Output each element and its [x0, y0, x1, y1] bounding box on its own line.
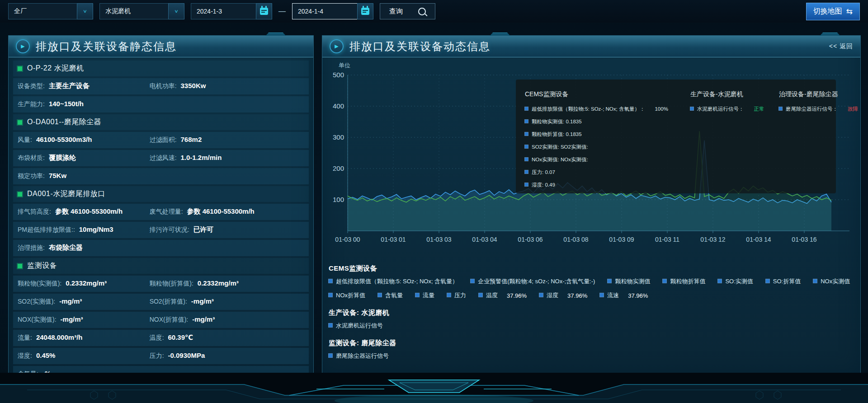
legend-spacer — [329, 300, 854, 305]
field-label: SO2(实测值): — [18, 298, 55, 306]
chevron-down-icon[interactable]: ˅ — [77, 3, 93, 19]
device-select[interactable]: 水泥磨机 ˅ — [99, 3, 184, 19]
legend-items: 磨尾除尘器运行信号 — [329, 352, 854, 360]
tooltip-item: SO2实测值: SO2实测值: — [525, 144, 679, 150]
info-field: 颗粒物(折算值):0.2332mg/m³ — [150, 279, 304, 288]
legend-item[interactable]: 压力 — [447, 291, 466, 300]
axis-tick-label: 01-03 00 — [335, 236, 360, 243]
field-label: 布袋材质: — [18, 154, 45, 162]
info-field: 设备类型:主要生产设备 — [18, 82, 150, 91]
tooltip-column: 治理设备-磨尾除尘器磨尾除尘器运行信号：故障 — [779, 88, 858, 188]
field-value: -0.0930MPa — [168, 351, 205, 359]
tooltip-column: CEMS监测设备超低排放限值（颗拉物:5: SOz-; NOx; 含氧量）：10… — [525, 88, 679, 188]
field-label: NOX(实测值): — [18, 316, 57, 324]
top-toolbar: 全厂 ˅ 水泥磨机 ˅ 2024-1-3 — 2024-1-4 查询 切换地图 … — [0, 0, 868, 23]
blue-square-icon — [663, 279, 666, 283]
tooltip-item-text: SO2实测值: SO2实测值: — [532, 144, 588, 150]
legend-item-value: 37.96% — [628, 292, 648, 299]
field-value: 主要生产设备 — [49, 82, 90, 90]
legend-item[interactable]: 企业预警值(颗粒物:4; sOz-; NOx-;含氧气量:-) — [471, 277, 595, 286]
field-value: 3350Kw — [181, 82, 206, 89]
play-icon: ▶ — [330, 39, 344, 53]
info-row: 排气筒高度:参数 46100-55300m/h废气处理量:参数 46100-55… — [13, 204, 309, 220]
info-row: 设备类型:主要生产设备电机功率:3350Kw — [13, 78, 309, 94]
legend-item[interactable]: SO:实测值 — [718, 277, 753, 286]
blue-square-icon — [690, 107, 693, 110]
legend-item[interactable]: 磨尾除尘器运行信号 — [329, 352, 389, 360]
blue-square-icon — [539, 293, 543, 297]
legend-item[interactable]: 流速37.96% — [600, 291, 648, 300]
blue-square-icon — [779, 107, 782, 110]
back-link[interactable]: << 返回 — [829, 42, 853, 51]
legend-item[interactable]: 超低排放限值（颗拉物:5: SOz-; NOx; 含氧量） — [329, 277, 458, 286]
field-value: 10mg/Nm3 — [79, 225, 113, 233]
dynamic-info-header: ▶ 排放口及关联设备动态信息 << 返回 — [322, 36, 860, 57]
date-from-value: 2024-1-3 — [191, 8, 256, 15]
blue-square-icon — [525, 145, 528, 148]
info-field: 湿度:0.45% — [18, 351, 150, 361]
legend-item[interactable]: 湿度37.96% — [539, 291, 587, 300]
date-to-value: 2024-1-4 — [292, 8, 358, 15]
tooltip-item: 磨尾除尘器运行信号：故障 — [779, 106, 858, 112]
field-value: 46100-55300m3/h — [36, 136, 92, 143]
field-label: 流量: — [18, 334, 32, 342]
info-field: 废气处理量:参数 46100-55300m/h — [150, 207, 304, 216]
legend-item[interactable]: SO:折算值 — [766, 277, 801, 286]
query-button-label: 查询 — [389, 7, 403, 16]
legend-item[interactable]: 颗粒物实测值 — [608, 277, 650, 286]
blue-square-icon — [608, 279, 611, 283]
legend-item[interactable]: 流量 — [415, 291, 434, 300]
field-label: 过滤面积: — [150, 136, 177, 144]
calendar-icon[interactable] — [256, 3, 272, 19]
legend-item[interactable]: 温度37.96% — [479, 291, 527, 300]
field-label: SO2(折算值): — [150, 298, 187, 306]
blue-square-icon — [525, 107, 528, 110]
date-from-input[interactable]: 2024-1-3 — [191, 3, 272, 19]
field-value: 1.0-1.2m/min — [181, 154, 222, 161]
axis-tick-label: 01-03 14 — [746, 236, 771, 243]
blue-square-icon — [525, 170, 528, 173]
search-icon — [418, 8, 426, 15]
legend-item[interactable]: NOx折算值 — [329, 291, 365, 300]
bottom-decoration — [0, 373, 868, 403]
calendar-icon[interactable] — [357, 3, 373, 19]
blue-square-icon — [479, 293, 482, 297]
field-value: -mg/m³ — [59, 297, 82, 305]
dashboard: 全厂 ˅ 水泥磨机 ˅ 2024-1-3 — 2024-1-4 查询 切换地图 … — [0, 0, 868, 403]
field-label: 额定功率: — [18, 172, 45, 180]
legend-item-value: 37.96% — [567, 292, 587, 299]
chevron-down-icon[interactable]: ˅ — [168, 3, 184, 19]
legend-item[interactable]: 水泥磨机运行信号 — [329, 322, 383, 330]
info-field: 流量:24048.000m³/h — [18, 333, 150, 342]
legend-item-label: SO:折算值 — [773, 277, 801, 286]
legend-item[interactable]: 颗粒物折算值 — [663, 277, 705, 286]
axis-tick-label: 200 — [333, 164, 344, 172]
axis-tick-label: 01-03 01 — [381, 236, 406, 243]
tooltip-item-text: 水泥磨机运行信号： — [697, 106, 744, 112]
legend-item[interactable]: 含氧量 — [378, 291, 403, 300]
field-value: 75Kw — [49, 172, 66, 179]
legend-item-label: 颗粒物实测值 — [615, 277, 650, 286]
legend-items: 水泥磨机运行信号 — [329, 322, 854, 330]
switch-map-button[interactable]: 切换地图 ⇆ — [806, 3, 860, 20]
tooltip-item-text: NOx实测值: NOx实测值: — [532, 156, 588, 163]
date-to-input[interactable]: 2024-1-4 — [292, 3, 373, 19]
legend-item-label: 流速 — [607, 291, 619, 300]
plant-select[interactable]: 全厂 ˅ — [8, 3, 93, 19]
blue-square-icon — [525, 158, 528, 161]
tooltip-item: 压力: 0.07 — [525, 169, 679, 176]
info-row: 流量:24048.000m³/h温度:60.39℃ — [13, 330, 309, 346]
field-label: 排气筒高度: — [18, 208, 51, 216]
time-series-chart[interactable]: 单位 10020030040050001-03 0001-03 0101-03 … — [328, 57, 855, 256]
tooltip-item-text: 湿度: 0.49 — [532, 182, 555, 188]
info-field: 过滤风速:1.0-1.2m/min — [150, 154, 304, 163]
legend-item-label: 湿度 — [547, 291, 558, 300]
legend-item-label: 压力 — [454, 291, 466, 300]
info-field: 排污许可状况:已许可 — [150, 225, 304, 234]
axis-tick-label: 400 — [333, 102, 344, 110]
legend-item[interactable]: NOx实测值 — [813, 277, 850, 286]
blue-square-icon — [329, 279, 332, 283]
query-button[interactable]: 查询 — [380, 3, 435, 19]
legend-item-label: SO:实测值 — [725, 277, 753, 286]
info-field: 治理措施:布袋除尘器 — [18, 244, 304, 253]
